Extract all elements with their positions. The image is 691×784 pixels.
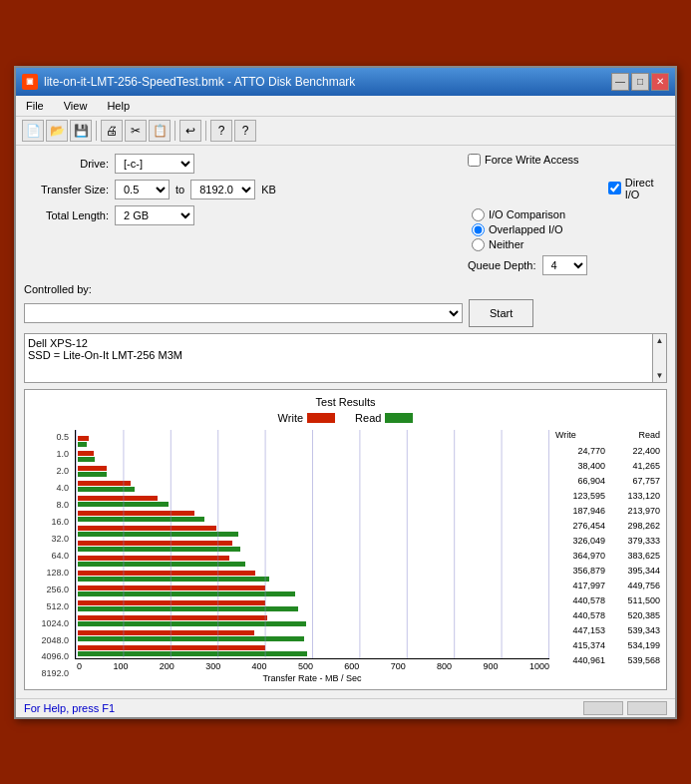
read-value: 22,400 bbox=[610, 446, 660, 456]
value-row: 326,049379,333 bbox=[555, 534, 660, 549]
io-comparison-item: I/O Comparison bbox=[472, 208, 667, 221]
help-button[interactable]: ? bbox=[210, 120, 232, 142]
maximize-button[interactable]: □ bbox=[631, 73, 649, 91]
y-axis-labels: 0.51.02.04.08.016.032.064.0128.0256.0512… bbox=[31, 430, 69, 683]
scroll-up-arrow[interactable]: ▲ bbox=[656, 336, 664, 345]
menu-file[interactable]: File bbox=[22, 98, 48, 114]
x-label: 400 bbox=[252, 661, 267, 671]
paste-button[interactable]: 📋 bbox=[149, 120, 171, 142]
right-controls: Force Write Access Direct I/O I/O Compar… bbox=[468, 154, 667, 275]
transfer-start-select[interactable]: 0.5 bbox=[115, 180, 170, 199]
y-label: 2.0 bbox=[31, 464, 69, 479]
x-label: 300 bbox=[205, 661, 220, 671]
open-button[interactable]: 📂 bbox=[46, 120, 68, 142]
queue-depth-row: Queue Depth: 4 bbox=[468, 255, 667, 275]
read-bar bbox=[78, 457, 95, 462]
y-label: 32.0 bbox=[31, 532, 69, 547]
transfer-size-label: Transfer Size: bbox=[24, 184, 109, 196]
value-row: 187,946213,970 bbox=[555, 504, 660, 519]
force-write-label: Force Write Access bbox=[485, 154, 579, 166]
statusbar: For Help, press F1 bbox=[16, 698, 675, 717]
x-axis-title: Transfer Rate - MB / Sec bbox=[75, 673, 549, 683]
total-length-select[interactable]: 2 GB bbox=[115, 205, 194, 225]
x-label: 200 bbox=[160, 661, 174, 671]
force-write-group: Force Write Access bbox=[468, 154, 579, 167]
drive-select[interactable]: [-c-] bbox=[115, 154, 194, 174]
write-bar bbox=[78, 630, 254, 635]
value-row: 440,578520,385 bbox=[555, 608, 660, 623]
read-bar bbox=[78, 606, 298, 611]
value-row: 417,997449,756 bbox=[555, 579, 660, 593]
y-label: 2048.0 bbox=[31, 633, 69, 648]
bar-row bbox=[78, 554, 549, 569]
toolbar-separator bbox=[96, 121, 97, 141]
y-label: 8.0 bbox=[31, 498, 69, 513]
direct-io-checkbox[interactable] bbox=[608, 182, 621, 195]
info-scrollbar[interactable]: ▲ ▼ bbox=[652, 334, 666, 382]
minimize-button[interactable]: — bbox=[611, 73, 629, 91]
scroll-down-arrow[interactable]: ▼ bbox=[656, 371, 664, 380]
x-axis-labels: 01002003004005006007008009001000 bbox=[75, 661, 549, 671]
save-button[interactable]: 💾 bbox=[70, 120, 92, 142]
read-col-header: Read bbox=[638, 430, 660, 440]
read-bar bbox=[78, 502, 169, 507]
value-row: 24,77022,400 bbox=[555, 444, 660, 459]
read-value: 511,500 bbox=[610, 595, 660, 605]
controls-row: Drive: [-c-] Transfer Size: 0.5 to 8192.… bbox=[24, 154, 667, 275]
write-legend-color bbox=[307, 413, 335, 423]
write-value: 364,970 bbox=[555, 551, 605, 561]
y-label: 0.5 bbox=[31, 430, 69, 445]
value-row: 364,970383,625 bbox=[555, 549, 660, 564]
close-button[interactable]: ✕ bbox=[651, 73, 669, 91]
about-button[interactable]: ? bbox=[234, 120, 256, 142]
write-value: 187,946 bbox=[555, 506, 605, 516]
write-bar bbox=[78, 481, 131, 486]
bars-section: 01002003004005006007008009001000 Transfe… bbox=[75, 430, 549, 683]
transfer-end-select[interactable]: 8192.0 bbox=[190, 180, 255, 199]
read-value: 213,970 bbox=[610, 506, 660, 516]
print-button[interactable]: 🖨 bbox=[101, 120, 123, 142]
read-bar bbox=[78, 442, 87, 447]
new-button[interactable]: 📄 bbox=[22, 120, 44, 142]
read-bar bbox=[78, 651, 307, 656]
read-bar bbox=[78, 472, 107, 477]
controlled-select[interactable] bbox=[24, 303, 463, 323]
read-bar bbox=[78, 562, 245, 567]
bar-row bbox=[78, 539, 549, 554]
write-bar bbox=[78, 556, 229, 561]
write-legend: Write bbox=[278, 412, 335, 424]
y-label: 512.0 bbox=[31, 599, 69, 614]
read-value: 383,625 bbox=[610, 551, 660, 561]
read-legend-label: Read bbox=[355, 412, 381, 424]
bars-inner bbox=[75, 430, 549, 659]
read-value: 67,757 bbox=[610, 476, 660, 486]
undo-button[interactable]: ↩ bbox=[179, 120, 201, 142]
start-button[interactable]: Start bbox=[469, 299, 533, 327]
info-line2: SSD = Lite-On-It LMT-256 M3M bbox=[28, 349, 647, 361]
write-bar bbox=[78, 496, 158, 501]
neither-radio[interactable] bbox=[472, 238, 485, 251]
write-value: 415,374 bbox=[555, 640, 605, 650]
cut-button[interactable]: ✂ bbox=[125, 120, 147, 142]
read-bar bbox=[78, 517, 204, 522]
read-bar bbox=[78, 591, 295, 596]
force-write-checkbox[interactable] bbox=[468, 154, 481, 167]
main-content: Drive: [-c-] Transfer Size: 0.5 to 8192.… bbox=[16, 146, 675, 698]
y-label: 8192.0 bbox=[31, 666, 69, 681]
help-text: For Help, press F1 bbox=[24, 702, 115, 714]
y-label: 256.0 bbox=[31, 583, 69, 597]
read-value: 41,265 bbox=[610, 461, 660, 471]
x-label: 600 bbox=[344, 661, 359, 671]
read-legend-color bbox=[385, 413, 413, 423]
io-comparison-radio[interactable] bbox=[472, 208, 485, 221]
x-label: 700 bbox=[391, 661, 406, 671]
chart-container: Test Results Write Read 0.51.02.04.08.01… bbox=[24, 389, 667, 690]
neither-label: Neither bbox=[489, 238, 523, 250]
menu-view[interactable]: View bbox=[60, 98, 92, 114]
read-value: 520,385 bbox=[610, 610, 660, 620]
write-value: 356,879 bbox=[555, 566, 605, 576]
overlapped-io-radio[interactable] bbox=[472, 223, 485, 236]
menu-help[interactable]: Help bbox=[103, 98, 134, 114]
title-bar: ▣ lite-on-it-LMT-256-SpeedTest.bmk - ATT… bbox=[16, 68, 675, 96]
queue-depth-select[interactable]: 4 bbox=[542, 255, 587, 275]
